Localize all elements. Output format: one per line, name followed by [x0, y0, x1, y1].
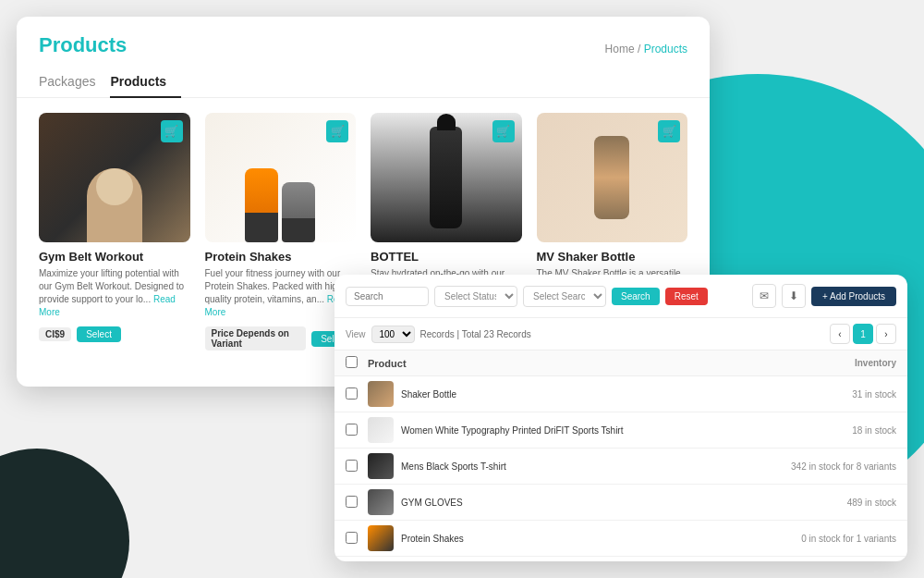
price-protein: Price Depends on Variant [205, 326, 307, 350]
view-label: View [346, 329, 366, 339]
product-thumb-tshirt-black [368, 453, 394, 479]
table-row: GYM GLOVES 489 in stock [334, 485, 907, 521]
row-checkbox-4[interactable] [346, 496, 358, 508]
row-checkbox-1[interactable] [346, 387, 358, 400]
product-image-protein: 🛒 [205, 113, 357, 242]
reset-button[interactable]: Reset [665, 288, 708, 305]
cart-icon-protein[interactable]: 🛒 [326, 120, 348, 142]
prev-page-btn[interactable]: ‹ [830, 324, 850, 344]
breadcrumb-current: Products [644, 43, 687, 55]
product-thumb-shaker [368, 381, 394, 407]
select-btn-gym-belt[interactable]: Select [77, 326, 121, 342]
product-image-mv-shaker: 🛒 [537, 113, 688, 242]
records-total-label: Records | Total 23 Records [420, 329, 531, 339]
product-actions-gym-belt: CI$9 Select [39, 326, 190, 342]
breadcrumb: Home / Products [605, 43, 687, 55]
product-name-row-3: Mens Black Sports T-shirt [401, 461, 506, 472]
cart-icon-gym-belt[interactable]: 🛒 [161, 120, 183, 142]
product-name-row-5: Protein Shakes [401, 534, 464, 544]
table-row: MV Shaker Bottle 290 in stock for 8 vari… [334, 557, 907, 561]
read-more-gym-belt[interactable]: Read More [39, 294, 176, 317]
product-name-row-4: GYM GLOVES [401, 498, 463, 508]
product-name-row-1: Shaker Bottle [401, 389, 456, 400]
row-product-4: GYM GLOVES [368, 489, 767, 515]
product-image-bottle: 🛒 [371, 113, 522, 242]
records-per-page-select[interactable]: 100 [371, 326, 415, 343]
table-row: Protein Shakes 0 in stock for 1 variants [334, 521, 907, 557]
page-title: Products [39, 33, 687, 57]
product-actions-protein: Price Depends on Variant Select [205, 326, 357, 350]
breadcrumb-separator: / [638, 43, 640, 55]
list-toolbar: Select Status Select Search By Search Re… [334, 275, 907, 318]
product-name-row-2: Women White Typography Printed DriFIT Sp… [401, 425, 623, 436]
table-row: Shaker Bottle 31 in stock [334, 376, 907, 412]
export-icon-btn[interactable]: ⬇ [782, 284, 806, 308]
inventory-row-5: 0 in stock for 1 variants [767, 534, 896, 544]
card-header: Products Home / Products [17, 17, 710, 57]
table-row: Women White Typography Printed DriFIT Sp… [334, 412, 907, 449]
inventory-row-1: 31 in stock [767, 389, 896, 400]
product-desc-protein: Fuel your fitness journey with our Prote… [205, 267, 357, 319]
can-orange [245, 168, 278, 242]
page-1-btn[interactable]: 1 [853, 324, 873, 344]
product-card-gym-belt: 🛒 Gym Belt Workout Maximize your lifting… [31, 113, 198, 350]
product-thumb-gloves [368, 489, 394, 515]
status-select[interactable]: Select Status [434, 286, 517, 307]
cart-icon-bottle[interactable]: 🛒 [492, 120, 515, 142]
product-name-protein: Protein Shakes [205, 250, 357, 264]
select-all-checkbox[interactable] [346, 356, 358, 368]
search-by-select[interactable]: Select Search By [523, 286, 606, 307]
row-checkbox-3[interactable] [346, 460, 358, 472]
bottle-shape [430, 127, 462, 228]
product-name-gym-belt: Gym Belt Workout [39, 250, 190, 264]
next-page-btn[interactable]: › [876, 324, 896, 344]
inventory-column-header: Inventory [767, 358, 896, 368]
product-name-mv-shaker: MV Shaker Bottle [537, 250, 688, 264]
product-name-bottle: BOTTEL [371, 250, 522, 264]
bg-dark-corner-decoration [0, 449, 129, 578]
email-icon-btn[interactable]: ✉ [752, 284, 776, 308]
tab-packages[interactable]: Packages [39, 67, 110, 98]
table-header: Product Inventory [334, 350, 907, 376]
inventory-row-3: 342 in stock for 8 variants [767, 461, 896, 472]
table-row: Mens Black Sports T-shirt 342 in stock f… [334, 449, 907, 485]
row-product-3: Mens Black Sports T-shirt [368, 453, 767, 479]
add-products-button[interactable]: + Add Products [811, 287, 896, 306]
search-input[interactable] [346, 287, 429, 306]
price-gym-belt: CI$9 [39, 327, 71, 341]
tabs-nav: Packages Products [17, 67, 710, 98]
can-gray [282, 182, 315, 242]
inventory-row-4: 489 in stock [767, 498, 896, 508]
product-desc-gym-belt: Maximize your lifting potential with our… [39, 267, 190, 319]
product-column-header: Product [368, 358, 767, 369]
row-checkbox-5[interactable] [346, 532, 358, 544]
breadcrumb-home[interactable]: Home [605, 43, 635, 55]
tab-products[interactable]: Products [110, 67, 181, 98]
product-thumb-protein [368, 525, 394, 551]
row-product-1: Shaker Bottle [368, 381, 767, 407]
shaker-bottle-shape [594, 136, 629, 219]
product-thumb-tshirt-white [368, 417, 394, 443]
toolbar-right: ✉ ⬇ + Add Products [752, 284, 896, 308]
cart-icon-mv-shaker[interactable]: 🛒 [658, 120, 680, 142]
bottle-cap [437, 114, 456, 130]
read-more-protein[interactable]: Read More [205, 294, 349, 317]
product-list-card: Select Status Select Search By Search Re… [334, 275, 907, 561]
product-image-gym-belt: 🛒 [39, 113, 190, 242]
inventory-row-2: 18 in stock [767, 425, 896, 436]
search-button[interactable]: Search [612, 288, 660, 305]
row-product-2: Women White Typography Printed DriFIT Sp… [368, 417, 767, 443]
row-product-5: Protein Shakes [368, 525, 767, 551]
row-checkbox-2[interactable] [346, 424, 358, 436]
pagination-bar: View 100 Records | Total 23 Records ‹ 1 … [334, 318, 907, 350]
page-navigation: ‹ 1 › [830, 324, 896, 344]
